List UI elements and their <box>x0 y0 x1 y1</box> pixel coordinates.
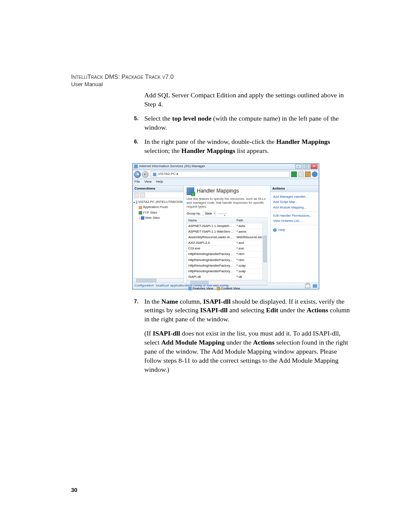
step-5-text: Select the top level node (with the comp… <box>144 115 339 131</box>
left-hscroll[interactable] <box>133 278 184 283</box>
server-icon <box>136 200 137 204</box>
close-button[interactable]: ✕ <box>311 164 318 169</box>
nav-back-button[interactable]: ◄ <box>134 171 141 178</box>
tree-server-node[interactable]: VISTA2-PC (INTELLITRACKIN <box>138 200 183 204</box>
action-add-module-mapping[interactable]: Add Module Mapping... <box>273 205 316 210</box>
connections-header: Connections <box>133 186 184 193</box>
step-7-text: In the Name column, ISAPI-dll should be … <box>144 298 350 323</box>
grid-cell[interactable]: AssemblyResourceLoader-Inte... <box>187 235 235 240</box>
nav-icon-3[interactable] <box>305 171 311 177</box>
nav-icon-1[interactable] <box>291 171 297 177</box>
action-help[interactable]: ? Help <box>273 227 316 233</box>
groupby-label: Group by: <box>187 212 201 216</box>
separator <box>271 212 319 212</box>
grid-vscroll[interactable] <box>262 224 267 280</box>
window-titlebar[interactable]: Internet Information Services (IIS) Mana… <box>133 164 319 170</box>
tree-ftp-sites[interactable]: FTP Sites <box>143 211 157 215</box>
maximize-button[interactable]: ▢ <box>303 164 310 169</box>
breadcrumb-icon <box>153 173 156 176</box>
action-add-script-map[interactable]: Add Script Map... <box>273 200 316 204</box>
app-icon <box>134 165 138 168</box>
status-icon <box>313 284 317 288</box>
help-icon: ? <box>273 228 277 232</box>
menu-view[interactable]: View <box>144 180 152 184</box>
tree-app-pools[interactable]: Application Pools <box>143 205 168 209</box>
running-header-title: IntelliTrack DMS: Package Track v7.0 <box>71 73 355 80</box>
action-add-managed-handler[interactable]: Add Managed Handler... <box>273 195 316 199</box>
grid-cell[interactable]: ISAPI-dll <box>187 274 235 280</box>
step-7-number: 7. <box>134 298 138 305</box>
page-title: Handler Mappings <box>197 187 239 194</box>
grid-cell[interactable]: ASPNET-ISAPI-1.1-SimpleHan... <box>187 224 235 229</box>
iis-screenshot: Internet Information Services (IIS) Mana… <box>132 163 355 289</box>
after-step-7-text: (If ISAPI-dll does not exist in the list… <box>144 329 355 374</box>
window-title: Internet Information Services (IIS) Mana… <box>139 164 295 169</box>
grid-cell[interactable]: CGI-exe <box>187 246 235 251</box>
menu-file[interactable]: File <box>134 180 140 184</box>
grid-cell[interactable]: HttpRemotingHandlerFactory... <box>187 252 235 257</box>
pool-icon <box>139 206 142 209</box>
menu-help[interactable]: Help <box>156 180 163 184</box>
connections-tree[interactable]: ▴VISTA2-PC (INTELLITRACKIN Application P… <box>133 199 184 277</box>
step-6-number: 6. <box>134 138 138 145</box>
handler-mappings-icon <box>187 187 194 195</box>
tree-web-sites[interactable]: Web Sites <box>145 216 160 220</box>
grid-cell[interactable]: AXD-ISAPI-2.0 <box>187 240 235 246</box>
menu-bar: File View Help <box>133 179 319 186</box>
step-6-text: In the right pane of the window, double-… <box>144 138 330 154</box>
handler-grid[interactable]: Name Path ASPNET-ISAPI-1.1-SimpleHan...*… <box>187 218 268 285</box>
grid-cell[interactable]: ASPNET-ISAPI-1.1-WebService... <box>187 229 235 234</box>
groupby-dropdown[interactable]: State <box>203 211 216 216</box>
ftp-icon <box>139 211 142 215</box>
connections-toolbar <box>133 192 184 199</box>
minimize-button[interactable]: – <box>295 164 302 169</box>
actions-header: Actions <box>271 186 319 193</box>
status-icon <box>305 284 310 288</box>
tool-icon[interactable] <box>140 193 145 198</box>
page-number: 30 <box>71 487 77 493</box>
help-icon[interactable] <box>312 171 318 177</box>
page-description: Use this feature to specify the resource… <box>187 197 268 208</box>
action-edit-permissions[interactable]: Edit Handler Permissions... <box>273 214 316 218</box>
col-path-header[interactable]: Path <box>235 218 267 223</box>
grid-cell[interactable]: HttpRemotingHandlerFactory... <box>187 263 235 268</box>
web-icon <box>141 216 144 220</box>
separator <box>271 225 319 225</box>
groupby-dropdown-2[interactable] <box>218 213 226 214</box>
nav-icon-2[interactable] <box>298 171 304 177</box>
col-name-header[interactable]: Name <box>187 218 235 223</box>
action-view-ordered-list[interactable]: View Ordered List... <box>273 219 316 223</box>
breadcrumb[interactable]: VISTA2-PC ▸ <box>151 171 290 177</box>
tool-icon[interactable] <box>134 193 139 198</box>
running-header-subtitle: User Manual <box>71 81 355 87</box>
nav-forward-button[interactable]: ► <box>142 171 149 178</box>
grid-cell[interactable]: HttpRemotingHandlerFactory... <box>187 269 235 274</box>
intro-paragraph: Add SQL Server Compact Edition and apply… <box>144 91 355 109</box>
grid-cell[interactable]: HttpRemotingHandlerFactory... <box>187 258 235 263</box>
grid-hscroll[interactable] <box>187 280 267 285</box>
step-5-number: 5. <box>134 115 138 122</box>
